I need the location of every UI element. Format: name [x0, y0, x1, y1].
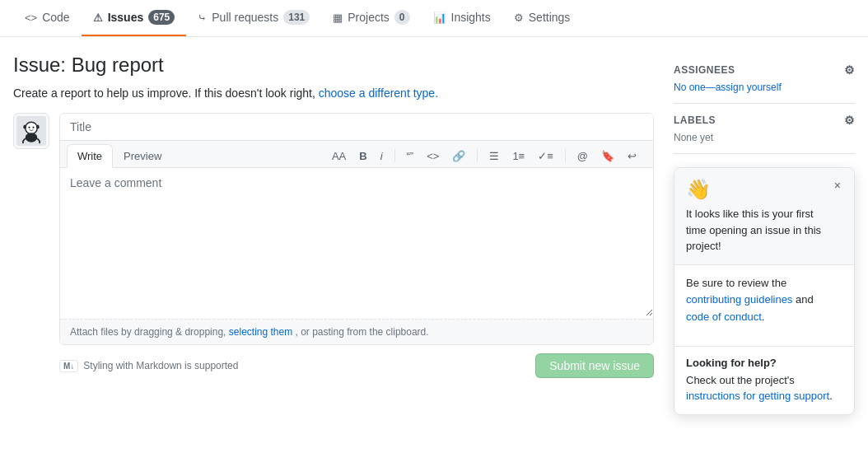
- toolbar-reference-icon[interactable]: 🔖: [598, 148, 618, 164]
- tooltip-close-button[interactable]: ×: [833, 178, 842, 193]
- toolbar-mention-icon[interactable]: @: [574, 148, 591, 164]
- editor-toolbar: AA B i “” <> 🔗 ☰ 1≡ ✓≡ @ 🔖: [322, 145, 646, 167]
- settings-icon: ⚙: [514, 12, 524, 24]
- tooltip-body: Be sure to review the contributing guide…: [674, 265, 854, 346]
- tooltip-contributing-link[interactable]: contributing guidelines: [686, 293, 792, 306]
- markdown-icon: M↓: [59, 360, 78, 372]
- tooltip-header-content: 👋 It looks like this is your first time …: [686, 178, 826, 255]
- issues-badge: 675: [148, 10, 175, 25]
- svg-point-6: [36, 124, 40, 128]
- svg-point-2: [26, 123, 37, 133]
- tooltip-footer-text: Check out the project's instructions for…: [686, 372, 842, 404]
- svg-point-4: [32, 127, 34, 128]
- left-panel: Issue: Bug report Create a report to hel…: [13, 54, 654, 415]
- tooltip-body-prefix: Be sure to review the: [686, 277, 786, 289]
- toolbar-task-list-icon[interactable]: ✓≡: [534, 148, 557, 164]
- tooltip-body-suffix: .: [762, 311, 765, 323]
- nav-item-insights[interactable]: 📊 Insights: [422, 1, 502, 35]
- nav-label-code: Code: [42, 11, 69, 24]
- tooltip-footer-suffix: .: [829, 390, 833, 402]
- code-icon: <>: [25, 12, 37, 24]
- submit-button[interactable]: Submit new issue: [535, 353, 654, 378]
- title-input[interactable]: [60, 114, 653, 141]
- labels-label: Labels: [674, 114, 716, 126]
- tooltip-container: 👋 It looks like this is your first time …: [674, 167, 855, 415]
- svg-point-3: [28, 127, 30, 128]
- editor-tabs: Write Preview AA B i “” <> 🔗 ☰ 1≡: [60, 141, 653, 168]
- top-navigation: <> Code ⚠ Issues 675 ⤷ Pull requests 131…: [0, 0, 868, 37]
- tooltip-conduct-link[interactable]: code of conduct: [686, 311, 762, 323]
- markdown-label: Styling with Markdown is supported: [83, 360, 238, 371]
- tab-preview[interactable]: Preview: [113, 144, 172, 168]
- nav-label-pull-requests: Pull requests: [212, 11, 278, 24]
- markdown-note: M↓ Styling with Markdown is supported: [59, 360, 238, 372]
- projects-badge: 0: [394, 10, 410, 25]
- assignees-value[interactable]: No one—assign yourself: [674, 82, 855, 93]
- right-panel: Assignees ⚙ No one—assign yourself Label…: [674, 54, 855, 415]
- nav-item-code[interactable]: <> Code: [13, 1, 82, 35]
- insights-icon: 📊: [433, 12, 446, 24]
- file-attach-area: Attach files by dragging & dropping, sel…: [60, 319, 653, 344]
- labels-gear-icon[interactable]: ⚙: [844, 114, 856, 127]
- nav-label-settings: Settings: [529, 11, 571, 24]
- svg-point-7: [26, 133, 37, 142]
- labels-value[interactable]: None yet: [674, 132, 855, 143]
- sidebar-labels-header: Labels ⚙: [674, 114, 855, 127]
- main-container: Issue: Bug report Create a report to hel…: [0, 37, 868, 432]
- comment-textarea[interactable]: [60, 168, 653, 316]
- tooltip-header: 👋 It looks like this is your first time …: [674, 168, 854, 265]
- nav-item-pull-requests[interactable]: ⤷ Pull requests 131: [186, 0, 321, 36]
- toolbar-separator-2: [477, 149, 478, 162]
- toolbar-bold-icon[interactable]: B: [356, 148, 370, 164]
- page-subtitle: Create a report to help us improve. If t…: [13, 86, 654, 100]
- subtitle-text: Create a report to help us improve. If t…: [13, 86, 315, 100]
- nav-item-projects[interactable]: ▦ Projects 0: [321, 0, 421, 36]
- tooltip-support-link[interactable]: instructions for getting support: [686, 390, 829, 402]
- svg-point-5: [23, 124, 26, 128]
- assignees-gear-icon[interactable]: ⚙: [844, 63, 856, 77]
- toolbar-separator-3: [565, 149, 566, 162]
- toolbar-heading-icon[interactable]: AA: [329, 148, 349, 164]
- pull-requests-badge: 131: [283, 10, 310, 25]
- file-attach-suffix: , or pasting from the clipboard.: [296, 326, 429, 338]
- nav-item-settings[interactable]: ⚙ Settings: [502, 1, 582, 35]
- tooltip-heading-text: It looks like this is your first time op…: [686, 206, 826, 255]
- toolbar-reply-icon[interactable]: ↩: [624, 148, 640, 164]
- nav-label-projects: Projects: [348, 11, 390, 24]
- file-attach-prefix: Attach files by dragging & dropping,: [70, 326, 226, 338]
- issue-form: Write Preview AA B i “” <> 🔗 ☰ 1≡: [59, 113, 654, 345]
- submit-row: M↓ Styling with Markdown is supported Su…: [59, 353, 654, 378]
- nav-label-issues: Issues: [108, 11, 144, 24]
- subtitle-link[interactable]: choose a different type.: [319, 86, 438, 100]
- tooltip-footer-title: Looking for help?: [686, 357, 842, 369]
- tooltip-body-middle: and: [796, 293, 814, 306]
- toolbar-quote-icon[interactable]: “”: [404, 148, 418, 164]
- page-title: Issue: Bug report: [13, 54, 654, 77]
- assignees-label: Assignees: [674, 64, 735, 76]
- projects-icon: ▦: [333, 12, 343, 24]
- toolbar-separator-1: [394, 149, 395, 162]
- sidebar-assignees-header: Assignees ⚙: [674, 63, 855, 77]
- file-attach-link[interactable]: selecting them: [229, 326, 292, 338]
- nav-item-issues[interactable]: ⚠ Issues 675: [82, 0, 187, 36]
- editor-tab-group: Write Preview: [67, 144, 172, 167]
- tooltip-footer: Looking for help? Check out the project'…: [674, 346, 854, 414]
- toolbar-code-icon[interactable]: <>: [423, 148, 442, 164]
- toolbar-unordered-list-icon[interactable]: ☰: [486, 148, 502, 164]
- issues-icon: ⚠: [93, 12, 103, 24]
- toolbar-link-icon[interactable]: 🔗: [449, 148, 469, 164]
- tab-write[interactable]: Write: [67, 144, 113, 168]
- toolbar-ordered-list-icon[interactable]: 1≡: [509, 148, 528, 164]
- toolbar-italic-icon[interactable]: i: [377, 148, 386, 164]
- nav-label-insights: Insights: [451, 11, 491, 24]
- form-row: Write Preview AA B i “” <> 🔗 ☰ 1≡: [13, 113, 654, 345]
- tooltip-bubble: 👋 It looks like this is your first time …: [674, 167, 855, 415]
- pull-request-icon: ⤷: [198, 12, 207, 24]
- sidebar-assignees-section: Assignees ⚙ No one—assign yourself: [674, 54, 855, 104]
- sidebar-labels-section: Labels ⚙ None yet: [674, 104, 855, 154]
- tooltip-wave: 👋: [686, 178, 826, 201]
- tooltip-body-text: Be sure to review the contributing guide…: [686, 275, 842, 326]
- tooltip-footer-prefix: Check out the project's: [686, 374, 795, 386]
- avatar: [13, 113, 49, 149]
